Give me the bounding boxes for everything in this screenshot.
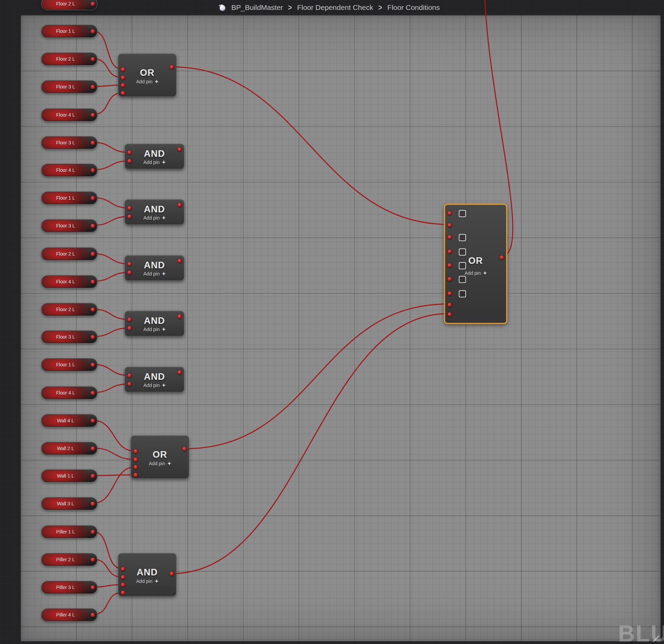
output-pin[interactable] xyxy=(170,572,174,576)
variable-node-floor-2-l[interactable]: Floor 2 L xyxy=(41,0,97,10)
input-pin[interactable] xyxy=(127,262,132,266)
output-pin[interactable] xyxy=(91,335,95,339)
output-pin[interactable] xyxy=(91,29,95,34)
input-pin[interactable] xyxy=(121,575,125,579)
output-pin[interactable] xyxy=(177,203,182,207)
output-pin[interactable] xyxy=(182,447,187,451)
output-pin[interactable] xyxy=(500,255,504,260)
input-pin[interactable] xyxy=(133,457,138,462)
input-pin[interactable] xyxy=(121,67,125,72)
output-pin[interactable] xyxy=(91,558,95,562)
default-value-checkbox[interactable] xyxy=(459,262,466,269)
variable-node-floor-3-l[interactable]: Floor 3 L xyxy=(41,330,97,343)
output-pin[interactable] xyxy=(170,65,174,69)
variable-node-floor-3-l[interactable]: Floor 3 L xyxy=(41,136,97,149)
breadcrumb-item-blueprint[interactable]: BP_BuildMaster xyxy=(231,3,283,12)
output-pin[interactable] xyxy=(91,2,95,6)
output-pin[interactable] xyxy=(91,280,95,284)
input-pin[interactable] xyxy=(447,211,452,215)
output-pin[interactable] xyxy=(91,307,95,312)
input-pin[interactable] xyxy=(133,449,138,454)
add-pin-button[interactable]: Add pin+ xyxy=(125,159,184,165)
output-pin[interactable] xyxy=(177,259,182,263)
default-value-checkbox[interactable] xyxy=(459,248,466,256)
add-pin-button[interactable]: Add pin+ xyxy=(118,578,176,584)
input-pin[interactable] xyxy=(121,83,125,87)
add-pin-button[interactable]: Add pin+ xyxy=(118,79,176,84)
add-pin-button[interactable]: Add pin+ xyxy=(131,460,189,466)
logic-node-g6[interactable]: ANDAdd pin+ xyxy=(125,367,184,392)
add-pin-button[interactable]: Add pin+ xyxy=(125,271,184,277)
default-value-checkbox[interactable] xyxy=(459,210,466,217)
input-pin[interactable] xyxy=(447,303,452,307)
variable-node-floor-2-l[interactable]: Floor 2 L xyxy=(41,303,97,316)
variable-node-wall-3-l[interactable]: Wall 3 L xyxy=(41,497,97,510)
logic-node-g8[interactable]: ANDAdd pin+ xyxy=(118,553,176,596)
output-pin[interactable] xyxy=(177,147,182,152)
default-value-checkbox[interactable] xyxy=(459,290,466,297)
input-pin[interactable] xyxy=(133,473,138,477)
input-pin[interactable] xyxy=(127,270,132,275)
variable-node-piller-1-l[interactable]: Piller 1 L xyxy=(41,525,97,538)
input-pin[interactable] xyxy=(121,75,125,80)
input-pin[interactable] xyxy=(121,583,125,587)
input-pin[interactable] xyxy=(447,223,452,227)
logic-node-g3[interactable]: ANDAdd pin+ xyxy=(125,199,184,225)
input-pin[interactable] xyxy=(133,465,138,469)
input-pin[interactable] xyxy=(447,312,452,317)
output-pin[interactable] xyxy=(91,252,95,256)
variable-node-floor-2-l[interactable]: Floor 2 L xyxy=(41,52,97,66)
output-pin[interactable] xyxy=(91,419,95,423)
input-pin[interactable] xyxy=(127,317,132,322)
logic-node-g7[interactable]: ORAdd pin+ xyxy=(131,435,189,479)
variable-node-piller-2-l[interactable]: Piller 2 L xyxy=(41,553,97,566)
output-pin[interactable] xyxy=(91,391,95,395)
output-pin[interactable] xyxy=(177,370,182,375)
output-pin[interactable] xyxy=(91,168,95,173)
variable-node-floor-1-l[interactable]: Floor 1 L xyxy=(41,191,97,204)
output-pin[interactable] xyxy=(91,502,95,506)
output-pin[interactable] xyxy=(177,314,182,319)
add-pin-button[interactable]: Add pin+ xyxy=(125,215,184,221)
input-pin[interactable] xyxy=(447,235,452,239)
variable-node-floor-4-l[interactable]: Floor 4 L xyxy=(41,275,97,288)
output-pin[interactable] xyxy=(91,585,95,590)
variable-node-floor-1-l[interactable]: Floor 1 L xyxy=(41,358,97,371)
input-pin[interactable] xyxy=(447,249,452,254)
variable-node-floor-1-l[interactable]: Floor 1 L xyxy=(41,25,97,38)
output-pin[interactable] xyxy=(91,57,95,61)
output-pin[interactable] xyxy=(91,530,95,534)
output-pin[interactable] xyxy=(91,85,95,89)
variable-node-piller-4-l[interactable]: Piller 4 L xyxy=(41,608,97,621)
breadcrumb-item-current[interactable]: Floor Conditions xyxy=(387,3,440,12)
input-pin[interactable] xyxy=(127,150,132,155)
input-pin[interactable] xyxy=(121,590,125,595)
logic-node-g5[interactable]: ANDAdd pin+ xyxy=(125,311,184,336)
output-pin[interactable] xyxy=(91,446,95,451)
add-pin-button[interactable]: Add pin+ xyxy=(125,326,184,332)
logic-node-g2[interactable]: ANDAdd pin+ xyxy=(125,144,184,169)
output-pin[interactable] xyxy=(91,141,95,145)
input-pin[interactable] xyxy=(127,373,132,378)
variable-node-floor-4-l[interactable]: Floor 4 L xyxy=(41,164,97,177)
input-pin[interactable] xyxy=(127,326,132,330)
input-pin[interactable] xyxy=(447,277,452,281)
output-pin[interactable] xyxy=(91,224,95,228)
variable-node-wall-2-l[interactable]: Wall 2 L xyxy=(41,442,97,455)
or-node-selected[interactable]: ORAdd pin+ xyxy=(444,204,507,324)
logic-node-g4[interactable]: ANDAdd pin+ xyxy=(125,255,184,281)
output-pin[interactable] xyxy=(91,474,95,478)
input-pin[interactable] xyxy=(127,382,132,386)
variable-node-floor-3-l[interactable]: Floor 3 L xyxy=(41,80,97,93)
variable-node-floor-4-l[interactable]: Floor 4 L xyxy=(41,386,97,399)
input-pin[interactable] xyxy=(447,291,452,296)
output-pin[interactable] xyxy=(91,613,95,617)
input-pin[interactable] xyxy=(127,206,132,210)
breadcrumb-item-graph[interactable]: Floor Dependent Check xyxy=(297,3,373,12)
variable-node-piller-3-l[interactable]: Piller 3 L xyxy=(41,581,97,594)
output-pin[interactable] xyxy=(91,113,95,117)
logic-node-g1[interactable]: ORAdd pin+ xyxy=(118,54,176,97)
add-pin-button[interactable]: Add pin+ xyxy=(445,270,506,276)
input-pin[interactable] xyxy=(127,214,132,219)
input-pin[interactable] xyxy=(121,91,125,95)
